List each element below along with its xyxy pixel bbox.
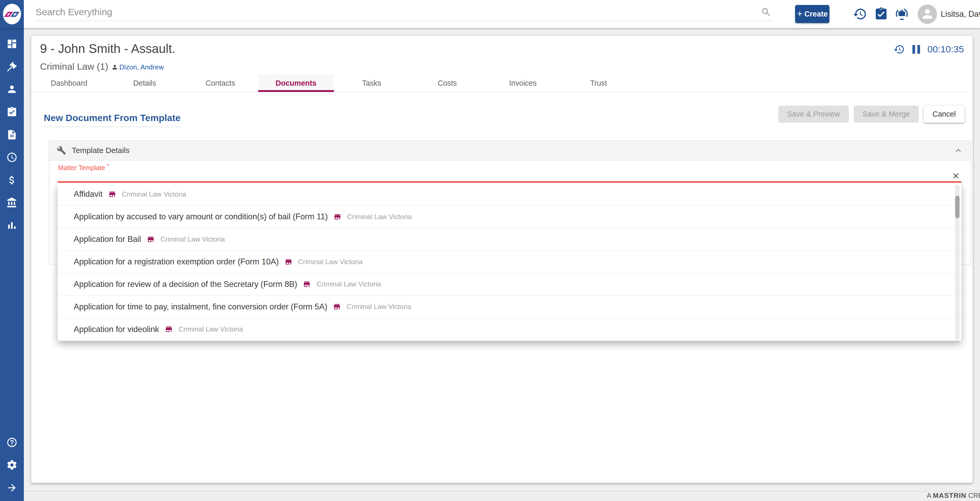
logo-icon bbox=[3, 3, 21, 25]
search-icon[interactable] bbox=[761, 7, 772, 18]
chevron-up-icon[interactable] bbox=[953, 145, 963, 155]
timer-value: 00:10:35 bbox=[928, 44, 964, 55]
save-merge-button[interactable]: Save & Merge bbox=[854, 105, 919, 122]
store-icon bbox=[147, 235, 155, 243]
section-header-label: Template Details bbox=[72, 146, 130, 155]
matter-template-input[interactable] bbox=[58, 169, 921, 181]
required-asterisk: * bbox=[107, 163, 109, 169]
tab-documents[interactable]: Documents bbox=[258, 74, 334, 92]
tab-trust[interactable]: Trust bbox=[561, 74, 636, 92]
sidebar-top-group bbox=[0, 32, 24, 237]
action-buttons: Save & Preview Save & Merge Cancel bbox=[778, 105, 964, 122]
sidebar-item-settings[interactable] bbox=[0, 453, 24, 476]
sidebar-bottom-group bbox=[0, 431, 24, 499]
arrow-right-icon bbox=[6, 482, 18, 493]
create-button-label: Create bbox=[804, 10, 827, 18]
footer-credit: A MASTRIN CREATION bbox=[927, 491, 980, 500]
create-button[interactable]: + Create bbox=[795, 5, 829, 23]
app-logo[interactable] bbox=[0, 0, 24, 28]
staff-name: Dizon, Andrew bbox=[119, 63, 164, 71]
main-area: 9 - John Smith - Assault. Criminal Law (… bbox=[24, 28, 980, 501]
matter-sync-icon[interactable] bbox=[895, 7, 909, 21]
tab-tasks[interactable]: Tasks bbox=[334, 74, 410, 92]
store-icon bbox=[333, 303, 341, 311]
person-icon bbox=[920, 7, 935, 21]
matter-tabs: Dashboard Details Contacts Documents Tas… bbox=[31, 74, 973, 92]
store-icon bbox=[333, 213, 342, 221]
sidebar-item-tasks[interactable] bbox=[0, 101, 24, 123]
sidebar-item-trust[interactable] bbox=[0, 191, 24, 214]
timer-reset-icon[interactable] bbox=[894, 44, 905, 55]
left-nav-sidebar bbox=[0, 28, 24, 501]
input-error-underline bbox=[57, 181, 961, 183]
sidebar-item-contacts[interactable] bbox=[0, 78, 24, 101]
store-icon bbox=[108, 190, 116, 198]
tab-contacts[interactable]: Contacts bbox=[183, 74, 258, 92]
document-icon bbox=[6, 129, 18, 140]
tab-dashboard[interactable]: Dashboard bbox=[31, 74, 107, 92]
dropdown-item[interactable]: Application for review of a decision of … bbox=[57, 273, 961, 296]
bank-icon bbox=[6, 197, 18, 208]
gavel-icon bbox=[6, 61, 18, 72]
user-avatar[interactable] bbox=[918, 5, 937, 24]
dropdown-item[interactable]: Application for a registration exemption… bbox=[57, 251, 961, 273]
sidebar-item-matters[interactable] bbox=[0, 55, 24, 78]
tab-details[interactable]: Details bbox=[107, 74, 183, 92]
dropdown-item[interactable]: Application for videolink Criminal Law V… bbox=[57, 318, 961, 341]
dashboard-icon bbox=[6, 38, 18, 49]
dropdown-scrollbar[interactable] bbox=[955, 185, 959, 340]
plus-icon: + bbox=[797, 9, 802, 19]
sidebar-item-documents[interactable] bbox=[0, 123, 24, 146]
help-icon bbox=[6, 437, 18, 448]
dropdown-item[interactable]: Application for Bail Criminal Law Victor… bbox=[57, 228, 961, 251]
footer-divider bbox=[24, 491, 980, 491]
matter-practice-area: Criminal Law (1) bbox=[40, 61, 108, 72]
person-icon bbox=[111, 64, 118, 70]
gear-icon bbox=[6, 460, 18, 471]
user-name[interactable]: Lisitsa, David bbox=[941, 10, 980, 19]
tasks-clipboard-icon bbox=[6, 106, 18, 118]
sidebar-item-billing[interactable] bbox=[0, 169, 24, 191]
recent-history-icon[interactable] bbox=[853, 7, 867, 21]
matter-card: 9 - John Smith - Assault. Criminal Law (… bbox=[31, 36, 973, 483]
brand-name: MASTRIN bbox=[933, 491, 966, 499]
sidebar-item-dashboard[interactable] bbox=[0, 32, 24, 55]
global-search bbox=[36, 0, 773, 28]
timer-pause-icon[interactable] bbox=[912, 45, 920, 54]
tasks-clipboard-icon[interactable] bbox=[874, 7, 888, 21]
store-icon bbox=[303, 280, 311, 288]
tab-invoices[interactable]: Invoices bbox=[485, 74, 561, 92]
save-preview-button[interactable]: Save & Preview bbox=[778, 105, 849, 122]
search-input[interactable] bbox=[36, 4, 773, 21]
sidebar-item-expand[interactable] bbox=[0, 476, 24, 499]
template-dropdown: Affidavit Criminal Law Victoria Applicat… bbox=[57, 183, 961, 341]
store-icon bbox=[285, 258, 293, 266]
clear-icon[interactable] bbox=[951, 171, 960, 180]
dollar-icon bbox=[6, 174, 18, 186]
top-bar: + Create Lisitsa, David bbox=[0, 0, 980, 28]
template-details-header[interactable]: Template Details bbox=[49, 141, 971, 161]
dropdown-item[interactable]: Application by accused to vary amount or… bbox=[57, 206, 961, 228]
contacts-person-icon bbox=[6, 84, 18, 95]
scrollbar-thumb[interactable] bbox=[955, 196, 959, 218]
sidebar-item-time[interactable] bbox=[0, 146, 24, 169]
sidebar-item-help[interactable] bbox=[0, 431, 24, 454]
tab-costs[interactable]: Costs bbox=[409, 74, 485, 92]
sidebar-item-reports[interactable] bbox=[0, 214, 24, 237]
store-icon bbox=[165, 325, 173, 333]
matter-staff-link[interactable]: Dizon, Andrew bbox=[111, 63, 164, 71]
dropdown-item[interactable]: Application for time to pay, instalment,… bbox=[57, 296, 961, 318]
wrench-icon bbox=[57, 146, 66, 155]
dropdown-item[interactable]: Affidavit Criminal Law Victoria bbox=[57, 183, 961, 206]
clock-icon bbox=[6, 152, 18, 163]
bar-chart-icon bbox=[6, 220, 18, 231]
matter-title: 9 - John Smith - Assault. bbox=[40, 41, 175, 56]
matter-timer: 00:10:35 bbox=[894, 44, 964, 55]
cancel-button[interactable]: Cancel bbox=[924, 105, 964, 122]
page-title: New Document From Template bbox=[44, 113, 180, 127]
